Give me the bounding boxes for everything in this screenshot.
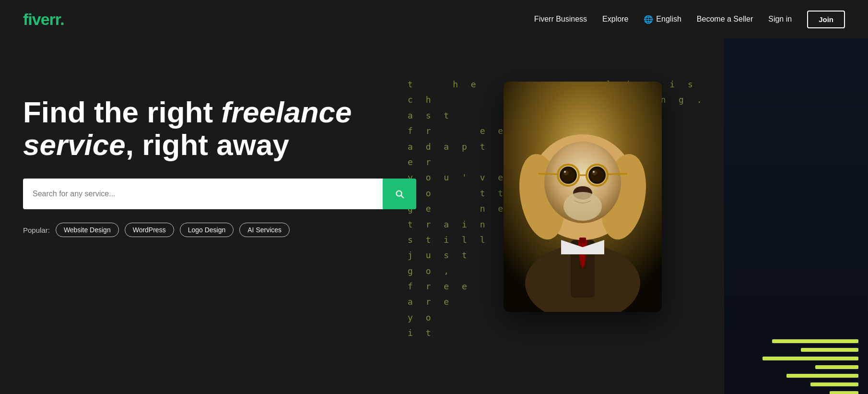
nav-item-explore[interactable]: Explore bbox=[602, 15, 628, 24]
chart-bar-1 bbox=[772, 339, 858, 343]
nav-item-signin[interactable]: Sign in bbox=[768, 15, 792, 24]
chart-bar-5 bbox=[786, 374, 858, 378]
nav-links: Fiverr Business Explore 🌐 English Become… bbox=[534, 11, 845, 28]
nav-item-become-seller[interactable]: Become a Seller bbox=[697, 15, 753, 24]
dog-card bbox=[504, 82, 662, 312]
svg-point-11 bbox=[563, 170, 568, 175]
fiverr-business-link[interactable]: Fiverr Business bbox=[534, 15, 587, 23]
svg-point-10 bbox=[590, 168, 604, 182]
svg-point-14 bbox=[593, 171, 595, 173]
join-button[interactable]: Join bbox=[807, 11, 845, 28]
popular-row: Popular: Website Design WordPress Logo D… bbox=[23, 223, 368, 237]
svg-point-12 bbox=[592, 170, 597, 175]
svg-point-9 bbox=[562, 168, 575, 182]
chart-lines bbox=[762, 339, 858, 394]
language-link[interactable]: English bbox=[656, 15, 681, 24]
popular-label: Popular: bbox=[23, 226, 50, 234]
logo-dot: . bbox=[60, 10, 64, 28]
svg-point-13 bbox=[564, 171, 566, 173]
svg-line-18 bbox=[538, 174, 558, 174]
hero-left: Find the right freelance service, right … bbox=[23, 67, 368, 237]
chart-bar-4 bbox=[815, 365, 858, 369]
tag-ai-services[interactable]: AI Services bbox=[239, 223, 290, 237]
dog-illustration bbox=[504, 82, 662, 312]
search-button[interactable] bbox=[383, 179, 416, 209]
chart-area bbox=[724, 38, 868, 394]
svg-rect-23 bbox=[579, 238, 586, 243]
search-bar bbox=[23, 179, 416, 209]
hero-title-line1: Find the right freelance bbox=[23, 96, 352, 129]
search-input[interactable] bbox=[23, 179, 383, 209]
chart-bar-7 bbox=[830, 391, 858, 394]
chart-bar-6 bbox=[810, 382, 858, 386]
hero-title-italic: service bbox=[23, 128, 126, 161]
explore-link[interactable]: Explore bbox=[602, 15, 628, 23]
hero-title: Find the right freelance service, right … bbox=[23, 96, 368, 161]
nav-item-join[interactable]: Join bbox=[807, 11, 845, 28]
chart-bar-2 bbox=[801, 348, 858, 352]
tag-logo-design[interactable]: Logo Design bbox=[180, 223, 234, 237]
nav-item-language[interactable]: 🌐 English bbox=[644, 15, 681, 24]
tag-website-design[interactable]: Website Design bbox=[56, 223, 119, 237]
hero-right: t h e w o r l d i s c h a n g i n g . f … bbox=[408, 38, 868, 394]
chart-bar-3 bbox=[762, 357, 858, 360]
search-icon bbox=[394, 189, 405, 199]
globe-icon: 🌐 bbox=[644, 15, 653, 24]
become-seller-link[interactable]: Become a Seller bbox=[697, 15, 753, 23]
logo[interactable]: fiverr. bbox=[23, 10, 64, 29]
hero-section: Find the right freelance service, right … bbox=[0, 38, 868, 394]
svg-line-19 bbox=[608, 174, 627, 174]
svg-point-21 bbox=[563, 192, 602, 221]
signin-link[interactable]: Sign in bbox=[768, 15, 792, 23]
navbar: fiverr. Fiverr Business Explore 🌐 Englis… bbox=[0, 0, 868, 38]
dog-image bbox=[504, 82, 662, 312]
logo-text: fiverr bbox=[23, 10, 60, 28]
hero-title-rest: , right away bbox=[126, 128, 289, 161]
tag-wordpress[interactable]: WordPress bbox=[125, 223, 174, 237]
nav-item-fiverr-business[interactable]: Fiverr Business bbox=[534, 15, 587, 24]
